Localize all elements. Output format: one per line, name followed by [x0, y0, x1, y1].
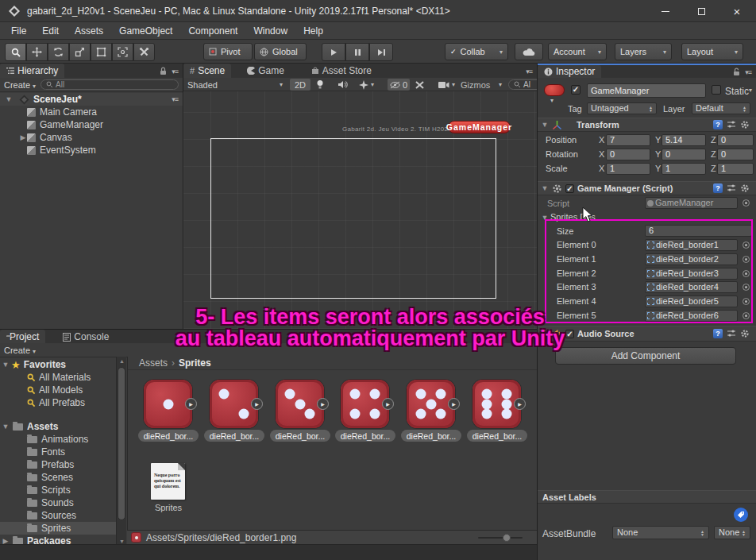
- tab-scene[interactable]: # Scene: [183, 64, 231, 78]
- element-object-field[interactable]: dieRed_border1: [645, 239, 738, 251]
- scene-lighting-toggle[interactable]: [316, 79, 324, 91]
- axis-field-z[interactable]: 1: [717, 163, 754, 175]
- gamemanager-gizmo-label[interactable]: GameManager: [448, 121, 511, 133]
- element-object-field[interactable]: dieRed_border2: [645, 253, 738, 265]
- create-button[interactable]: Create ▾: [4, 80, 36, 90]
- breadcrumb-current[interactable]: Sprites: [179, 357, 211, 369]
- sprite-expand-button[interactable]: ▶: [514, 398, 526, 410]
- help-icon[interactable]: ?: [713, 183, 723, 193]
- static-dropdown-icon[interactable]: ▾: [749, 87, 752, 94]
- scene-tools-icon[interactable]: [415, 79, 425, 91]
- project-tree-item-scenes[interactable]: Scenes: [0, 471, 116, 484]
- tab-inspector[interactable]: Inspector: [538, 65, 601, 78]
- foldout-icon[interactable]: ▶: [541, 330, 549, 338]
- assetbundle-variant-dropdown[interactable]: None▲▼: [714, 526, 750, 539]
- sprite-expand-button[interactable]: ▶: [382, 398, 394, 410]
- menu-assets[interactable]: Assets: [67, 22, 111, 40]
- object-picker-icon[interactable]: [742, 241, 750, 249]
- axis-field-x[interactable]: 0: [606, 149, 650, 160]
- layout-dropdown[interactable]: Layout▾: [681, 43, 743, 60]
- panel-menu-icon[interactable]: ▾≡: [745, 68, 751, 76]
- project-tree-item-fonts[interactable]: Fonts: [0, 446, 116, 458]
- project-tree-item-assets[interactable]: ▼Assets: [0, 420, 116, 433]
- active-checkbox[interactable]: ✓: [571, 85, 580, 95]
- menu-edit[interactable]: Edit: [34, 22, 67, 40]
- gear-icon[interactable]: [740, 329, 750, 338]
- foldout-icon[interactable]: ▼: [2, 423, 10, 431]
- object-picker-icon[interactable]: [742, 284, 750, 291]
- menu-component[interactable]: Component: [180, 22, 245, 40]
- axis-field-z[interactable]: 0: [717, 149, 754, 160]
- layer-dropdown[interactable]: Default▲▼: [692, 102, 750, 114]
- hierarchy-item-gamemanager[interactable]: GameManager: [0, 118, 183, 131]
- tag-dropdown[interactable]: Untagged▲▼: [587, 102, 657, 114]
- hierarchy-item-main-camera[interactable]: Main Camera: [0, 106, 183, 118]
- project-tree-item-sources[interactable]: Sources: [0, 509, 116, 522]
- menu-file[interactable]: File: [3, 22, 34, 40]
- project-tree-scrollbar[interactable]: ▲ ▼: [116, 357, 126, 547]
- gizmos-dropdown[interactable]: Gizmos▾: [461, 79, 502, 91]
- sprite-label[interactable]: dieRed_bor...: [138, 430, 199, 442]
- menu-gameobject[interactable]: GameObject: [111, 22, 180, 40]
- project-tree-item-all-models[interactable]: All Models: [0, 384, 116, 396]
- menu-window[interactable]: Window: [245, 22, 295, 40]
- close-button[interactable]: ×: [725, 5, 749, 18]
- tab-asset-store[interactable]: Asset Store: [305, 64, 378, 78]
- pause-button[interactable]: [345, 43, 369, 61]
- project-tree-item-sprites[interactable]: Sprites: [0, 522, 116, 535]
- component-enabled-checkbox[interactable]: ✓: [565, 330, 574, 338]
- hierarchy-item-canvas[interactable]: ▶Canvas: [0, 131, 183, 144]
- panel-menu-icon[interactable]: ▾≡: [172, 95, 178, 103]
- maximize-button[interactable]: [689, 5, 713, 18]
- axis-field-y[interactable]: 0: [662, 149, 706, 160]
- gear-icon[interactable]: [740, 183, 750, 193]
- axis-field-x[interactable]: 1: [606, 163, 650, 175]
- foldout-icon[interactable]: ▼: [541, 184, 549, 192]
- sprite-label[interactable]: dieRed_bor...: [335, 430, 395, 442]
- array-size-field[interactable]: 6: [645, 225, 752, 237]
- step-button[interactable]: [369, 43, 393, 61]
- script-object-field[interactable]: GameManager: [645, 197, 738, 209]
- lock-icon[interactable]: [160, 67, 167, 75]
- foldout-icon[interactable]: ▼: [5, 95, 13, 103]
- gear-icon[interactable]: [740, 120, 750, 129]
- help-icon[interactable]: ?: [713, 329, 723, 338]
- preset-icon[interactable]: [727, 329, 736, 338]
- project-tree-item-animations[interactable]: Animations: [0, 433, 116, 446]
- scroll-up-icon[interactable]: ▲: [119, 358, 125, 364]
- scene-effects-dropdown[interactable]: ▾: [359, 79, 374, 91]
- axis-field-z[interactable]: 0: [717, 134, 754, 146]
- foldout-icon[interactable]: ▶: [19, 133, 27, 141]
- custom-tool-button[interactable]: [133, 43, 155, 61]
- scene-canvas[interactable]: Gabarit 2d. Jeu Video 2. TIM H2020, vers…: [183, 91, 537, 329]
- rotate-tool-button[interactable]: [48, 43, 69, 61]
- project-tree-item-favorites[interactable]: ▼★Favorites: [0, 358, 116, 371]
- thumbnail-zoom-slider[interactable]: [478, 537, 523, 539]
- sprite-label[interactable]: dieRed_bor...: [467, 430, 527, 442]
- rect-tool-button[interactable]: [91, 43, 112, 61]
- hierarchy-search-input[interactable]: All: [40, 79, 179, 90]
- project-tree-item-sounds[interactable]: Sounds: [0, 496, 116, 509]
- sprite-label[interactable]: dieRed_bor...: [270, 430, 330, 442]
- slider-thumb[interactable]: [503, 534, 511, 542]
- gameobject-gizmo-icon[interactable]: [544, 84, 565, 96]
- sprite-expand-button[interactable]: ▶: [185, 398, 197, 410]
- scene-camera-dropdown[interactable]: ▾: [438, 79, 455, 91]
- transform-tool-button[interactable]: [112, 43, 133, 61]
- gameobject-name-field[interactable]: GameManager: [587, 83, 706, 98]
- project-tree-item-all-materials[interactable]: All Materials: [0, 371, 116, 384]
- hierarchy-item-eventsystem[interactable]: EventSystem: [0, 144, 183, 156]
- sprite-expand-button[interactable]: ▶: [448, 398, 460, 410]
- project-tree-item-scripts[interactable]: Scripts: [0, 484, 116, 496]
- move-tool-button[interactable]: [26, 43, 48, 61]
- add-component-button[interactable]: Add Component: [555, 347, 736, 365]
- breadcrumb-root[interactable]: Assets: [139, 357, 168, 369]
- element-object-field[interactable]: dieRed_border5: [645, 295, 738, 307]
- lock-icon[interactable]: [733, 68, 740, 76]
- text-asset-label[interactable]: Sprites: [148, 503, 188, 512]
- foldout-icon[interactable]: ▼: [2, 361, 10, 369]
- panel-menu-icon[interactable]: ▾≡: [526, 68, 532, 75]
- sprite-label[interactable]: dieRed_bor...: [401, 430, 461, 442]
- component-enabled-checkbox[interactable]: ✓: [565, 184, 574, 193]
- scene-search-input[interactable]: Al: [508, 79, 540, 90]
